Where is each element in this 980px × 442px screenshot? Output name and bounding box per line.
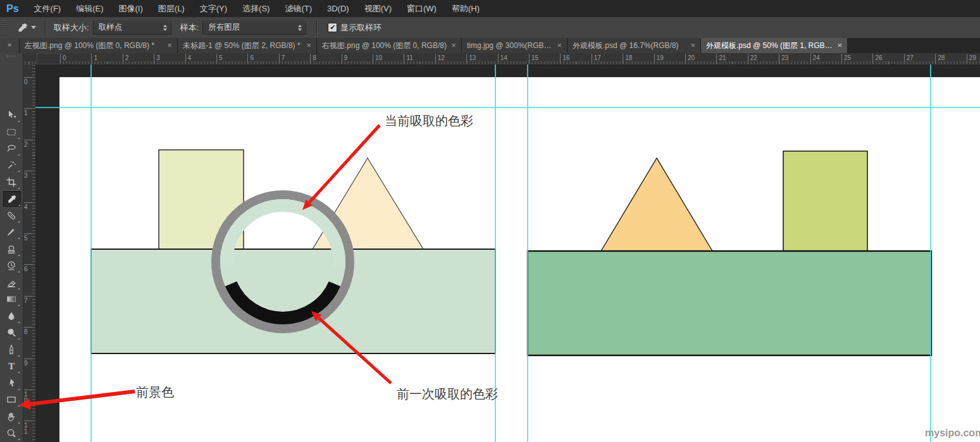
brush-icon bbox=[6, 226, 17, 238]
tab-label: 外观模板.psd @ 16.7%(RGB/8) bbox=[573, 40, 686, 51]
menu-select[interactable]: 选择(S) bbox=[235, 0, 277, 17]
tools-panel-header[interactable]: » bbox=[0, 38, 20, 53]
zoom-tool[interactable] bbox=[2, 425, 21, 441]
history-brush-icon bbox=[6, 260, 17, 271]
menu-layer[interactable]: 图层(L) bbox=[151, 0, 192, 17]
hand-tool[interactable] bbox=[2, 408, 21, 425]
selection-arrow-icon bbox=[6, 378, 17, 389]
divider bbox=[45, 20, 46, 36]
pen-tool[interactable] bbox=[2, 341, 21, 358]
tab-document-4[interactable]: timg.jpg @ 300%(RGB/8#) × bbox=[462, 38, 568, 53]
ruler-horizontal[interactable]: 0123456789101112131415161718192021222324… bbox=[23, 53, 980, 65]
eyedropper-tool[interactable] bbox=[2, 190, 22, 208]
sample-select[interactable]: 所有图层 bbox=[202, 21, 306, 35]
dodge-tool[interactable] bbox=[2, 324, 21, 341]
tab-document-6-active[interactable]: 外观模板.psd @ 50% (图层 1, RGB/8) * × bbox=[701, 38, 848, 53]
healing-brush-icon bbox=[6, 210, 17, 221]
menu-window[interactable]: 窗口(W) bbox=[399, 0, 444, 17]
rectangle-shape-tool[interactable] bbox=[2, 391, 21, 408]
ruler-h-label: 20 bbox=[685, 54, 695, 64]
eyedropper-preset-button[interactable] bbox=[14, 20, 39, 35]
gradient-tool[interactable] bbox=[2, 291, 21, 307]
history-brush-tool[interactable] bbox=[2, 257, 21, 274]
ruler-h-label: 9 bbox=[342, 54, 348, 64]
menu-filter[interactable]: 滤镜(T) bbox=[277, 0, 319, 17]
clone-stamp-tool[interactable] bbox=[2, 241, 21, 257]
sample-size-select[interactable]: 取样点 bbox=[93, 21, 171, 35]
ruler-h-label: 6 bbox=[247, 54, 254, 64]
tab-close-icon[interactable]: × bbox=[690, 42, 695, 49]
ruler-h-label: 2 bbox=[123, 54, 129, 64]
ruler-h-label: 5 bbox=[216, 54, 223, 64]
ruler-h-label: 26 bbox=[872, 54, 882, 64]
menu-edit[interactable]: 编辑(E) bbox=[68, 0, 111, 17]
tab-document-5[interactable]: 外观模板.psd @ 16.7%(RGB/8) × bbox=[568, 38, 701, 53]
document-tab-bar: » 左视图.png @ 100% (图层 0, RGB/8) * × 未标题-1… bbox=[0, 38, 980, 53]
ruler-v-label: 6 bbox=[24, 264, 33, 273]
panel-grip bbox=[7, 55, 16, 58]
eraser-tool[interactable] bbox=[2, 274, 21, 291]
magic-wand-tool[interactable] bbox=[2, 157, 21, 173]
ruler-h-label: 25 bbox=[841, 54, 851, 64]
eyedropper-icon bbox=[16, 21, 29, 34]
tab-close-icon[interactable]: × bbox=[167, 42, 172, 49]
tab-document-3[interactable]: 右视图.png @ 100% (图层 0, RGB/8) × bbox=[317, 38, 462, 53]
preset-caret-icon bbox=[31, 26, 36, 29]
crop-tool[interactable] bbox=[2, 174, 21, 190]
tab-close-icon[interactable]: × bbox=[837, 42, 842, 49]
tab-close-icon[interactable]: × bbox=[557, 42, 562, 49]
show-sampling-ring-checkbox[interactable]: ✔ bbox=[328, 23, 337, 32]
ruler-h-label: 16 bbox=[560, 54, 569, 64]
rectangle-icon bbox=[6, 394, 17, 405]
ruler-h-label: 12 bbox=[435, 54, 445, 64]
menu-help[interactable]: 帮助(H) bbox=[444, 0, 487, 17]
menu-view[interactable]: 视图(V) bbox=[357, 0, 399, 17]
gradient-icon bbox=[6, 293, 17, 305]
sample-value: 所有图层 bbox=[208, 22, 240, 33]
select-arrows-icon bbox=[298, 25, 302, 31]
brush-tool[interactable] bbox=[2, 224, 21, 240]
type-tool[interactable]: T bbox=[2, 358, 21, 374]
spot-healing-brush-tool[interactable] bbox=[2, 207, 21, 224]
tab-label: 外观模板.psd @ 50% (图层 1, RGB/8) * bbox=[706, 40, 833, 51]
path-selection-tool[interactable] bbox=[2, 375, 21, 391]
ruler-h-label: 4 bbox=[185, 54, 192, 64]
move-tool[interactable] bbox=[2, 107, 21, 123]
crop-icon bbox=[6, 176, 17, 188]
options-grip[interactable] bbox=[1, 20, 8, 35]
tab-document-1[interactable]: 左视图.png @ 100% (图层 0, RGB/8) * × bbox=[20, 38, 178, 53]
tab-label: 未标题-1 @ 50% (图层 2, RGB/8) * bbox=[183, 40, 302, 51]
ruler-vertical[interactable]: 01234567891 01 1 bbox=[23, 64, 36, 442]
magnifier-icon bbox=[6, 427, 17, 439]
tab-document-2[interactable]: 未标题-1 @ 50% (图层 2, RGB/8) * × bbox=[178, 38, 317, 53]
tab-close-icon[interactable]: × bbox=[306, 42, 311, 49]
lasso-icon bbox=[6, 143, 17, 154]
ruler-v-label: 4 bbox=[24, 202, 33, 211]
app-logo: Ps bbox=[0, 3, 27, 15]
ruler-h-label: 8 bbox=[310, 54, 316, 64]
rectangular-marquee-tool[interactable] bbox=[2, 124, 21, 140]
document-canvas[interactable] bbox=[59, 77, 980, 442]
ruler-v-label: 1 0 bbox=[24, 390, 33, 404]
ruler-v-label: 8 bbox=[24, 327, 33, 335]
sample-label: 样本: bbox=[180, 22, 199, 34]
menu-type[interactable]: 文字(Y) bbox=[192, 0, 235, 17]
ruler-h-label: 13 bbox=[466, 54, 476, 64]
ruler-v-label: 0 bbox=[24, 77, 33, 85]
ruler-h-label: 15 bbox=[529, 54, 538, 64]
ruler-h-label: 18 bbox=[623, 54, 632, 64]
magic-wand-icon bbox=[6, 159, 17, 171]
blur-tool[interactable] bbox=[2, 308, 21, 324]
ruler-h-label: 29 bbox=[967, 54, 976, 64]
hand-icon bbox=[6, 411, 17, 422]
menu-file[interactable]: 文件(F) bbox=[27, 0, 69, 17]
menu-image[interactable]: 图像(I) bbox=[111, 0, 151, 17]
ruler-h-label: 23 bbox=[779, 54, 788, 64]
menu-3d[interactable]: 3D(D) bbox=[319, 0, 357, 17]
ruler-h-label: 1 bbox=[91, 54, 97, 64]
lasso-tool[interactable] bbox=[2, 140, 21, 157]
menu-bar: Ps 文件(F) 编辑(E) 图像(I) 图层(L) 文字(Y) 选择(S) 滤… bbox=[0, 0, 980, 18]
tab-close-icon[interactable]: × bbox=[451, 42, 456, 49]
pasteboard bbox=[35, 64, 980, 442]
ruler-h-label: 0 bbox=[60, 54, 66, 64]
